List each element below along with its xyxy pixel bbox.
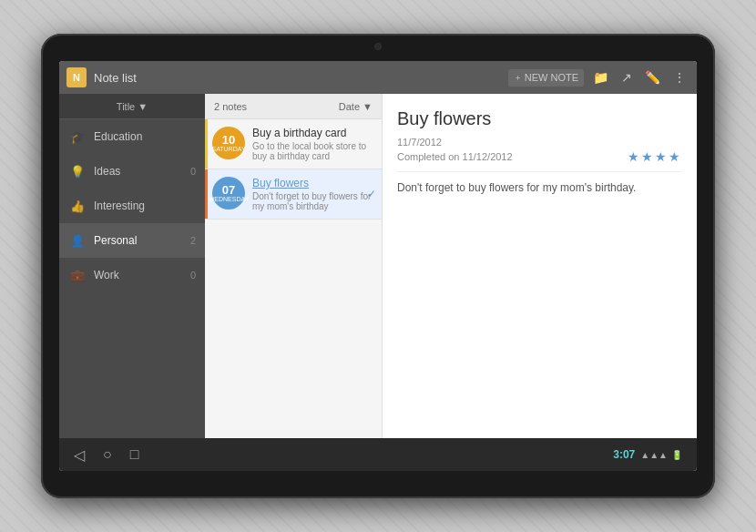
- personal-count: 2: [190, 235, 196, 246]
- sidebar-label-work: Work: [94, 269, 119, 281]
- camera: [374, 43, 382, 50]
- main-content: Title ▼ 🎓 Education 💡 Ideas 0 👍 Interest…: [59, 94, 697, 438]
- personal-icon: 👤: [70, 234, 85, 248]
- signal-icon: ▲▲▲: [640, 450, 668, 460]
- ideas-count: 0: [190, 166, 196, 177]
- battery-icon: 🔋: [671, 450, 682, 460]
- priority-bar-2: [205, 169, 208, 219]
- detail-date: 11/7/2012: [397, 137, 682, 148]
- sidebar-item-ideas[interactable]: 💡 Ideas 0: [59, 154, 205, 189]
- note-date-badge-2: 07 WEDNESDAY: [212, 177, 245, 210]
- home-button[interactable]: ○: [103, 446, 112, 464]
- work-icon: 💼: [70, 269, 85, 282]
- note-item-1[interactable]: 10 SATURDAY Buy a birthday card Go to th…: [205, 119, 382, 169]
- tablet-screen: N Note list ＋ NEW NOTE 📁 ↗ ✏️ ⋮ Title ▼: [59, 61, 697, 471]
- detail-title: Buy flowers: [397, 108, 682, 129]
- detail-completed: Completed on 11/12/2012 ★★★★: [397, 149, 682, 164]
- sidebar-item-personal[interactable]: 👤 Personal 2: [59, 223, 205, 258]
- notes-sort[interactable]: Date ▼: [339, 101, 373, 112]
- sidebar: Title ▼ 🎓 Education 💡 Ideas 0 👍 Interest…: [59, 94, 205, 438]
- status-bar: 3:07 ▲▲▲ 🔋: [613, 448, 682, 461]
- folder-icon[interactable]: 📁: [589, 68, 612, 87]
- note-title-2: Buy flowers: [252, 177, 374, 189]
- sidebar-item-interesting[interactable]: 👍 Interesting: [59, 189, 205, 223]
- top-bar: N Note list ＋ NEW NOTE 📁 ↗ ✏️ ⋮: [59, 61, 697, 94]
- education-icon: 🎓: [70, 130, 85, 144]
- sidebar-label-ideas: Ideas: [94, 165, 120, 178]
- share-icon[interactable]: ↗: [618, 68, 636, 87]
- edit-icon[interactable]: ✏️: [641, 68, 664, 87]
- work-count: 0: [190, 270, 196, 281]
- status-time: 3:07: [613, 448, 635, 461]
- sidebar-label-personal: Personal: [94, 234, 137, 247]
- note-item-2[interactable]: 07 WEDNESDAY Buy flowers Don't forget to…: [205, 169, 382, 220]
- app-logo: N: [66, 67, 87, 87]
- detail-completed-label: Completed on 11/12/2012: [397, 151, 513, 162]
- note-daylabel-1: SATURDAY: [211, 146, 245, 152]
- tablet: N Note list ＋ NEW NOTE 📁 ↗ ✏️ ⋮ Title ▼: [41, 34, 715, 498]
- sidebar-header: Title ▼: [59, 94, 205, 119]
- note-day-2: 07: [222, 184, 235, 196]
- sidebar-label-interesting: Interesting: [94, 200, 145, 212]
- bottom-bar: ◁ ○ □ 3:07 ▲▲▲ 🔋: [59, 438, 697, 471]
- detail-divider: [397, 171, 682, 172]
- sidebar-label-education: Education: [94, 130, 142, 143]
- sidebar-item-work[interactable]: 💼 Work 0: [59, 258, 205, 292]
- top-bar-actions: ＋ NEW NOTE 📁 ↗ ✏️ ⋮: [508, 68, 690, 87]
- note-preview-2: Don't forget to buy flowers for my mom's…: [252, 191, 374, 211]
- note-detail: Buy flowers 11/7/2012 Completed on 11/12…: [383, 94, 697, 438]
- note-title-1: Buy a birthday card: [252, 127, 374, 139]
- status-icons: ▲▲▲ 🔋: [640, 450, 682, 460]
- note-check-2: ✓: [367, 188, 376, 200]
- new-note-button[interactable]: ＋ NEW NOTE: [508, 69, 584, 87]
- sidebar-item-education[interactable]: 🎓 Education: [59, 119, 205, 154]
- note-content-1: Buy a birthday card Go to the local book…: [252, 127, 374, 161]
- note-preview-1: Go to the local book store to buy a birt…: [252, 141, 374, 161]
- note-date-badge-1: 10 SATURDAY: [212, 127, 245, 159]
- note-day-1: 10: [222, 134, 235, 146]
- interesting-icon: 👍: [70, 200, 85, 213]
- notes-panel-header: 2 notes Date ▼: [205, 94, 382, 119]
- notes-count: 2 notes: [214, 101, 247, 112]
- priority-bar-1: [205, 119, 208, 169]
- app-title: Note list: [94, 71, 508, 85]
- detail-stars: ★★★★: [628, 149, 682, 164]
- note-content-2: Buy flowers Don't forget to buy flowers …: [252, 177, 374, 211]
- detail-body: Don't forget to buy flowers for my mom's…: [397, 179, 682, 196]
- back-button[interactable]: ◁: [74, 446, 85, 464]
- notes-panel: 2 notes Date ▼ 10 SATURDAY Buy a birthda…: [205, 94, 383, 438]
- recent-button[interactable]: □: [130, 446, 139, 464]
- ideas-icon: 💡: [70, 165, 85, 179]
- nav-buttons: ◁ ○ □: [74, 446, 138, 464]
- more-icon[interactable]: ⋮: [669, 68, 690, 87]
- note-daylabel-2: WEDNESDAY: [209, 196, 250, 202]
